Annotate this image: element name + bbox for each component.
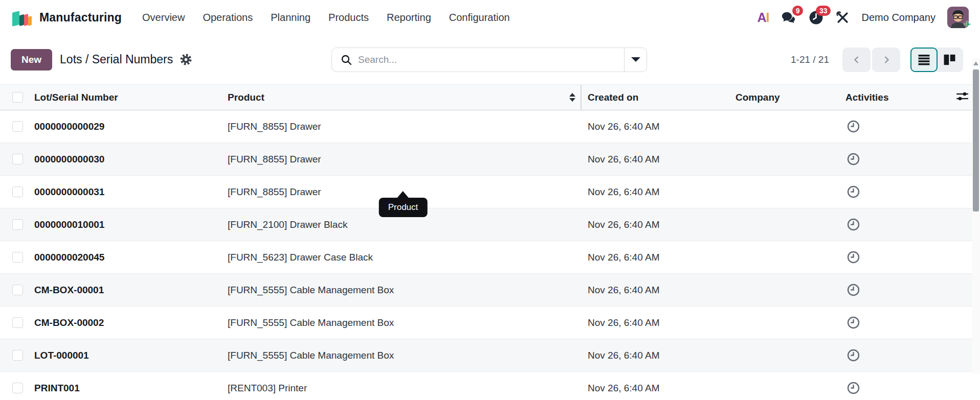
- kanban-view-icon: [943, 54, 956, 66]
- menu-configuration[interactable]: Configuration: [449, 12, 510, 23]
- search-icon: [340, 54, 352, 66]
- row-checkbox[interactable]: [12, 186, 23, 197]
- row-checkbox[interactable]: [12, 219, 23, 230]
- product-cell: [FURN_8855] Drawer: [228, 154, 582, 165]
- table-row[interactable]: PRINT001 [RENT003] Printer Nov 26, 6:40 …: [0, 372, 980, 400]
- table-row[interactable]: 0000000000031 [FURN_8855] Drawer Nov 26,…: [0, 176, 980, 208]
- menu-products[interactable]: Products: [328, 12, 369, 23]
- menu-reporting[interactable]: Reporting: [387, 12, 431, 23]
- search-input[interactable]: [358, 48, 624, 72]
- activity-clock-icon[interactable]: [847, 316, 860, 330]
- column-header-lot[interactable]: Lot/Serial Number: [34, 92, 228, 103]
- activity-clock-icon[interactable]: [847, 152, 860, 166]
- created-cell: Nov 26, 6:40 AM: [582, 154, 736, 165]
- debug-tools-icon[interactable]: [836, 11, 850, 25]
- new-button[interactable]: New: [11, 49, 52, 70]
- column-header-company[interactable]: Company: [736, 92, 845, 103]
- wrench-screwdriver-icon: [836, 11, 850, 25]
- row-checkbox[interactable]: [12, 154, 23, 164]
- lot-cell: CM-BOX-00001: [34, 285, 228, 296]
- activities-badge: 33: [816, 6, 831, 16]
- menu-planning[interactable]: Planning: [271, 12, 310, 23]
- app-name[interactable]: Manufacturing: [39, 11, 122, 25]
- list-view-button[interactable]: [910, 48, 938, 72]
- activity-clock-icon[interactable]: [847, 185, 860, 199]
- table-body: 0000000000029 [FURN_8855] Drawer Nov 26,…: [0, 110, 980, 400]
- created-cell: Nov 26, 6:40 AM: [582, 350, 736, 361]
- product-cell: [FURN_5555] Cable Management Box: [228, 285, 582, 296]
- column-header-created[interactable]: Created on: [582, 92, 736, 103]
- kanban-view-button[interactable]: [936, 48, 963, 72]
- created-cell: Nov 26, 6:40 AM: [582, 285, 736, 296]
- lot-cell: PRINT001: [34, 383, 228, 394]
- user-avatar[interactable]: ✈: [947, 7, 969, 28]
- messages-icon[interactable]: 9: [781, 10, 796, 26]
- view-switcher: [910, 48, 963, 72]
- table-row[interactable]: 0000000000029 [FURN_8855] Drawer Nov 26,…: [0, 110, 980, 143]
- product-cell: [FURN_5555] Cable Management Box: [228, 350, 582, 361]
- table-row[interactable]: 0000000000030 [FURN_8855] Drawer Nov 26,…: [0, 143, 980, 176]
- table-row[interactable]: CM-BOX-00001 [FURN_5555] Cable Managemen…: [0, 274, 980, 307]
- table-row[interactable]: 0000000020045 [FURN_5623] Drawer Case Bl…: [0, 241, 980, 274]
- column-header-product[interactable]: Product: [228, 85, 582, 110]
- activity-clock-icon[interactable]: [847, 120, 860, 133]
- table-row[interactable]: LOT-000001 [FURN_5555] Cable Management …: [0, 339, 980, 372]
- table-row[interactable]: 0000000010001 [FURN_2100] Drawer Black N…: [0, 208, 980, 241]
- product-cell: [FURN_5623] Drawer Case Black: [228, 252, 582, 263]
- product-cell: [FURN_5555] Cable Management Box: [228, 317, 582, 328]
- select-all-checkbox[interactable]: [12, 92, 23, 103]
- product-cell: [FURN_8855] Drawer: [228, 186, 582, 198]
- settings-gear-icon[interactable]: [180, 53, 192, 66]
- lot-cell: CM-BOX-00002: [34, 317, 228, 328]
- chevron-left-icon: [852, 55, 862, 65]
- scrollbar-up-arrow[interactable]: [973, 61, 978, 65]
- column-header-activities[interactable]: Activities: [845, 92, 951, 103]
- activity-clock-icon[interactable]: [847, 218, 860, 231]
- optional-columns-icon[interactable]: [956, 91, 969, 104]
- ai-icon[interactable]: AI: [757, 10, 769, 25]
- lot-cell: 0000000000031: [34, 186, 228, 198]
- chevron-right-icon: [881, 55, 892, 65]
- manufacturing-app-icon: [11, 7, 33, 28]
- lot-cell: LOT-000001: [34, 350, 228, 361]
- control-panel: New Lots / Serial Numbers 1-: [0, 35, 980, 84]
- activities-menu-icon[interactable]: 33: [808, 10, 824, 26]
- row-checkbox[interactable]: [12, 285, 23, 295]
- created-cell: Nov 26, 6:40 AM: [582, 121, 736, 132]
- company-switcher[interactable]: Demo Company: [861, 12, 936, 23]
- product-cell: [FURN_2100] Drawer Black: [228, 219, 582, 230]
- product-cell: [FURN_8855] Drawer: [228, 121, 582, 132]
- search-dropdown-toggle[interactable]: [624, 48, 647, 72]
- airplane-status-icon: ✈: [964, 19, 971, 30]
- lot-cell: 0000000010001: [34, 219, 228, 230]
- lot-cell: 0000000000029: [34, 121, 228, 132]
- activity-clock-icon[interactable]: [847, 381, 860, 395]
- row-checkbox[interactable]: [12, 383, 23, 393]
- activity-clock-icon[interactable]: [847, 283, 860, 297]
- created-cell: Nov 26, 6:40 AM: [582, 383, 736, 394]
- main-menu: Overview Operations Planning Products Re…: [142, 12, 510, 23]
- row-checkbox[interactable]: [12, 252, 23, 263]
- activity-clock-icon[interactable]: [847, 250, 860, 264]
- top-navbar: Manufacturing Overview Operations Planni…: [0, 0, 980, 35]
- search-bar: [331, 48, 647, 72]
- menu-operations[interactable]: Operations: [203, 12, 253, 23]
- activity-clock-icon[interactable]: [847, 348, 860, 362]
- created-cell: Nov 26, 6:40 AM: [582, 219, 736, 230]
- page: Manufacturing Overview Operations Planni…: [0, 0, 980, 400]
- page-title: Lots / Serial Numbers: [60, 53, 173, 66]
- pager-next-button[interactable]: [872, 48, 900, 72]
- table-row[interactable]: CM-BOX-00002 [FURN_5555] Cable Managemen…: [0, 307, 980, 339]
- sort-indicator-icon: [569, 93, 575, 102]
- menu-overview[interactable]: Overview: [142, 12, 185, 23]
- row-checkbox[interactable]: [12, 317, 23, 328]
- row-checkbox[interactable]: [12, 350, 23, 361]
- pager-previous-button[interactable]: [842, 48, 871, 72]
- created-cell: Nov 26, 6:40 AM: [582, 317, 736, 328]
- systray: AI 9 33 D: [757, 7, 969, 28]
- app-switcher[interactable]: Manufacturing: [11, 7, 122, 28]
- row-checkbox[interactable]: [12, 121, 23, 132]
- product-cell: [RENT003] Printer: [228, 383, 582, 394]
- vertical-scrollbar[interactable]: [972, 58, 980, 374]
- scrollbar-thumb[interactable]: [973, 69, 979, 211]
